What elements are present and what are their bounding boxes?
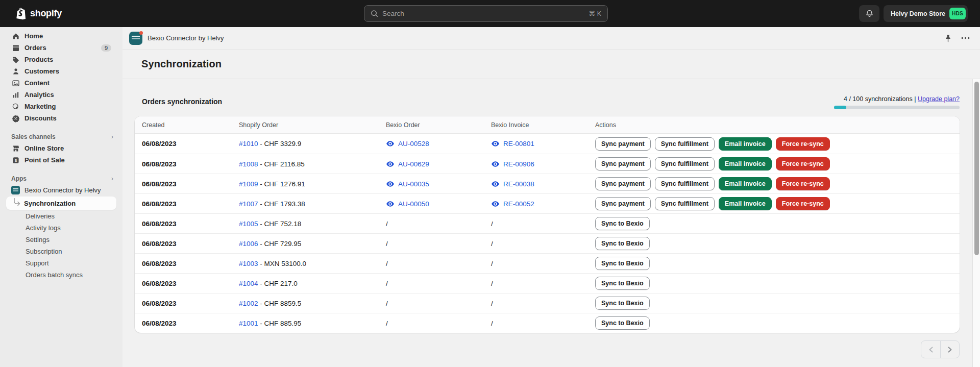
home-icon — [11, 32, 20, 40]
sync-to-bexio-button[interactable]: Sync to Bexio — [595, 237, 650, 250]
shopify-logo[interactable]: shopify — [15, 7, 62, 20]
shopify-order-cell: #1008 - CHF 2116.85 — [239, 160, 386, 168]
bexio-order-cell: AU-00050 — [386, 200, 491, 208]
sidebar-item-orders-batch-syncs[interactable]: Orders batch syncs — [6, 269, 116, 281]
force-resync-button[interactable]: Force re-sync — [776, 157, 830, 170]
force-resync-button[interactable]: Force re-sync — [776, 197, 830, 210]
eye-icon — [386, 200, 395, 208]
bexio-invoice-empty: / — [491, 320, 493, 327]
email-invoice-button[interactable]: Email invoice — [719, 137, 772, 151]
bexio-invoice-cell: RE-00038 — [491, 180, 595, 188]
email-invoice-button[interactable]: Email invoice — [719, 197, 772, 210]
usage-progress-bar — [834, 106, 960, 109]
bexio-invoice-link[interactable]: RE-00906 — [503, 160, 534, 168]
email-invoice-button[interactable]: Email invoice — [719, 177, 772, 190]
pin-icon[interactable] — [944, 34, 952, 42]
sync-to-bexio-button[interactable]: Sync to Bexio — [595, 297, 650, 310]
email-invoice-button[interactable]: Email invoice — [719, 157, 772, 170]
sync-payment-button[interactable]: Sync payment — [595, 197, 651, 210]
sync-to-bexio-button[interactable]: Sync to Bexio — [595, 217, 650, 230]
bexio-order-empty: / — [386, 280, 388, 287]
bexio-order-link[interactable]: AU-00050 — [398, 200, 429, 208]
shopify-order-link[interactable]: #1009 — [239, 180, 258, 188]
bexio-order-link[interactable]: AU-00035 — [398, 180, 429, 188]
sidebar-item-activity-logs[interactable]: Activity logs — [6, 222, 116, 234]
sync-to-bexio-button[interactable]: Sync to Bexio — [595, 257, 650, 270]
bexio-invoice-cell: RE-00801 — [491, 139, 595, 148]
sidebar-item-content[interactable]: Content — [6, 77, 116, 89]
bexio-order-link[interactable]: AU-00528 — [398, 140, 429, 148]
sidebar-item-online-store[interactable]: Online Store — [6, 142, 116, 154]
sync-payment-button[interactable]: Sync payment — [595, 137, 651, 151]
shopify-order-link[interactable]: #1007 — [239, 200, 258, 208]
store-menu-button[interactable]: Helvy Demo Store HDS — [884, 5, 968, 22]
shopify-order-link[interactable]: #1010 — [239, 140, 258, 148]
global-search[interactable]: ⌘ K — [364, 5, 608, 22]
sidebar-item-marketing[interactable]: Marketing — [6, 101, 116, 112]
next-page-button[interactable] — [940, 341, 959, 358]
chevron-right-icon: › — [111, 175, 113, 182]
sync-payment-button[interactable]: Sync payment — [595, 157, 651, 170]
shopify-order-link[interactable]: #1002 — [239, 300, 258, 307]
sync-fulfillment-button[interactable]: Sync fulfillment — [655, 137, 715, 151]
col-actions: Actions — [595, 121, 960, 129]
sidebar-item-orders[interactable]: Orders 9 — [6, 42, 116, 54]
sync-fulfillment-button[interactable]: Sync fulfillment — [655, 157, 715, 170]
actions-cell: Sync paymentSync fulfillmentEmail invoic… — [595, 197, 960, 210]
sidebar-item-synchronization[interactable]: Synchronization — [6, 197, 116, 210]
bexio-order-cell: AU-00035 — [386, 180, 491, 188]
sync-to-bexio-button[interactable]: Sync to Bexio — [595, 316, 650, 330]
sidebar-item-customers[interactable]: Customers — [6, 65, 116, 77]
shopify-order-link[interactable]: #1001 — [239, 320, 258, 327]
created-cell: 06/08/2023 — [142, 240, 239, 248]
shopify-order-link[interactable]: #1004 — [239, 280, 258, 287]
bexio-order-link[interactable]: AU-00629 — [398, 160, 429, 168]
shopify-order-link[interactable]: #1008 — [239, 160, 258, 168]
sync-payment-button[interactable]: Sync payment — [595, 177, 651, 190]
sidebar-item-analytics[interactable]: Analytics — [6, 89, 116, 101]
sidebar-item-bexio-app[interactable]: Bexio Connector by Helvy — [6, 184, 116, 196]
table-row: 06/08/2023#1006 - CHF 729.95//Sync to Be… — [135, 233, 960, 253]
force-resync-button[interactable]: Force re-sync — [776, 177, 830, 190]
search-input[interactable] — [382, 10, 585, 17]
shopify-order-link[interactable]: #1003 — [239, 260, 258, 267]
scrollbar-thumb[interactable] — [974, 82, 979, 255]
shopify-order-link[interactable]: #1006 — [239, 240, 258, 248]
sidebar-item-subscription[interactable]: Subscription — [6, 246, 116, 257]
shopify-order-link[interactable]: #1005 — [239, 220, 258, 228]
bexio-invoice-empty: / — [491, 300, 493, 307]
table-row: 06/08/2023#1008 - CHF 2116.85AU-00629RE-… — [135, 154, 960, 174]
upgrade-plan-link[interactable]: Upgrade plan? — [918, 95, 960, 103]
sidebar-item-support[interactable]: Support — [6, 257, 116, 269]
sidebar-item-point-of-sale[interactable]: $ Point of Sale — [6, 154, 116, 166]
bexio-invoice-link[interactable]: RE-00038 — [503, 180, 534, 188]
sidebar-item-home[interactable]: Home — [6, 30, 116, 42]
sidebar-item-deliveries[interactable]: Deliveries — [6, 210, 116, 222]
col-bexio-order: Bexio Order — [386, 121, 491, 129]
bexio-order-empty: / — [386, 220, 388, 228]
apps-header[interactable]: Apps › — [6, 173, 116, 184]
tag-icon — [11, 56, 20, 64]
bexio-invoice-cell: / — [491, 240, 595, 248]
previous-page-button[interactable] — [921, 341, 940, 358]
notifications-button[interactable] — [859, 5, 879, 22]
table-row: 06/08/2023#1009 - CHF 1276.91AU-00035RE-… — [135, 174, 960, 193]
sidebar-item-settings[interactable]: Settings — [6, 234, 116, 246]
more-options-icon[interactable] — [961, 37, 970, 39]
force-resync-button[interactable]: Force re-sync — [776, 137, 830, 151]
sidebar-item-discounts[interactable]: Discounts — [6, 112, 116, 124]
app-header: Bexio Connector by Helvy — [122, 27, 980, 50]
search-shortcut: ⌘ K — [589, 10, 601, 17]
bexio-invoice-cell: RE-00906 — [491, 160, 595, 168]
bexio-order-cell: / — [386, 240, 491, 248]
created-cell: 06/08/2023 — [142, 320, 239, 327]
store-avatar-badge: HDS — [949, 8, 966, 19]
sales-channels-header[interactable]: Sales channels › — [6, 131, 116, 142]
sync-fulfillment-button[interactable]: Sync fulfillment — [655, 197, 715, 210]
bexio-invoice-link[interactable]: RE-00052 — [503, 200, 534, 208]
sync-fulfillment-button[interactable]: Sync fulfillment — [655, 177, 715, 190]
sidebar-item-products[interactable]: Products — [6, 54, 116, 65]
sync-to-bexio-button[interactable]: Sync to Bexio — [595, 277, 650, 290]
bexio-invoice-link[interactable]: RE-00801 — [503, 140, 534, 148]
page-scrollbar[interactable] — [972, 79, 980, 367]
